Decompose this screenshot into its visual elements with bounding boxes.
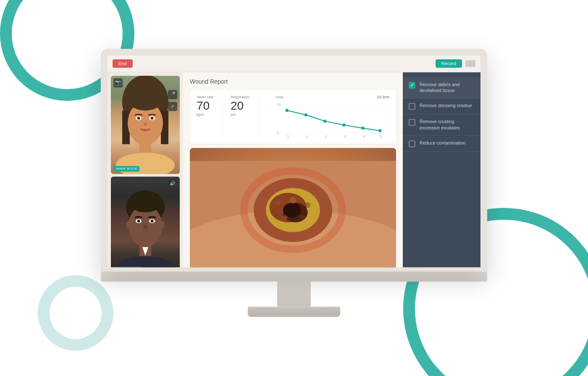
monitor-stand-neck	[277, 281, 311, 307]
checklist-item-1: Remove dressing residue	[403, 98, 480, 114]
vitals-card: Heart rate 70 bpm Respiration 20 pm	[190, 90, 396, 144]
svg-point-49	[276, 200, 281, 205]
area-line-chart: 20 0 0 1 2 3 4 5	[276, 101, 389, 139]
svg-text:2: 2	[325, 134, 327, 138]
svg-point-38	[342, 123, 346, 126]
vital-divider-1	[222, 97, 222, 137]
respiration-item: Respiration 20 pm	[231, 95, 250, 139]
svg-text:0: 0	[277, 130, 279, 134]
area-chart-label: Area	[276, 95, 284, 99]
svg-text:4: 4	[363, 134, 365, 138]
wound-image	[190, 148, 396, 271]
checklist-text-0: Remove debris and devitalised tissue	[420, 82, 475, 94]
svg-text:5: 5	[380, 134, 382, 138]
heart-rate-value: 70	[197, 100, 213, 112]
bernie-name-tag: BERNIE DEED	[113, 267, 142, 271]
svg-point-47	[283, 202, 301, 217]
video-card-bernie: 🔊 BERNIE DEED	[111, 176, 180, 271]
area-chart-value: 10.2cm	[377, 95, 389, 99]
heart-rate-unit: bpm	[197, 113, 213, 117]
respiration-unit: pm	[231, 113, 250, 117]
monitor: End Record ⋮	[101, 49, 487, 317]
bernie-face-svg	[111, 176, 180, 271]
camera-icon: 📷	[113, 78, 123, 87]
svg-point-24	[133, 202, 158, 212]
svg-text:1: 1	[306, 134, 308, 138]
checkbox-0[interactable]	[409, 82, 415, 89]
left-panel: 📷 🎤 ⤢ JAMIE ROCK	[108, 72, 183, 271]
svg-point-16	[137, 219, 140, 222]
svg-point-53	[289, 197, 296, 203]
svg-point-6	[137, 116, 140, 119]
checklist-item-2: Remove crusting excessive exudates	[403, 114, 480, 136]
svg-point-39	[361, 126, 365, 130]
svg-point-50	[305, 202, 311, 208]
wound-detail-svg	[190, 148, 396, 271]
monitor-bezel	[101, 271, 487, 281]
svg-text:0: 0	[287, 134, 289, 138]
app-main: 📷 🎤 ⤢ JAMIE ROCK	[108, 72, 480, 271]
jamie-name-tag: JAMIE ROCK	[113, 166, 139, 171]
heart-rate-item: Heart rate 70 bpm	[197, 95, 213, 139]
checklist-item-0: Remove debris and devitalised tissue	[403, 77, 480, 99]
svg-point-11	[128, 87, 163, 110]
checkbox-1[interactable]	[409, 103, 415, 110]
area-chart-container: Area 10.2cm 20 0 0 1	[267, 95, 389, 139]
vital-divider-2	[258, 97, 259, 137]
checklist-text-3: Reduce contamination	[420, 140, 465, 146]
topbar-icon: ⋮	[465, 60, 475, 67]
right-panel: Remove debris and devitalised tissue Rem…	[403, 72, 480, 271]
bernie-portrait-bg	[111, 176, 180, 271]
checklist-text-1: Remove dressing residue	[420, 103, 472, 109]
svg-point-37	[323, 119, 326, 123]
svg-point-40	[378, 129, 382, 132]
respiration-label: Respiration	[231, 95, 250, 99]
checklist-item-3: Reduce contamination	[403, 136, 480, 152]
volume-icon: 🔊	[168, 179, 177, 188]
respiration-value: 20	[231, 100, 250, 112]
svg-point-22	[126, 221, 131, 229]
expand-icon: ⤢	[168, 102, 177, 111]
record-button[interactable]: Record	[436, 59, 462, 68]
svg-text:3: 3	[344, 134, 346, 138]
svg-point-8	[144, 122, 147, 126]
svg-point-52	[300, 215, 305, 220]
checklist-text-2: Remove crusting excessive exudates	[420, 118, 475, 131]
svg-point-17	[151, 219, 154, 222]
svg-point-35	[285, 109, 289, 112]
svg-point-20	[115, 256, 176, 271]
checkbox-2[interactable]	[409, 119, 415, 126]
center-panel: Wound Report Heart rate 70 bpm Respirati…	[183, 72, 403, 271]
monitor-screen: End Record ⋮	[101, 49, 487, 271]
svg-point-36	[304, 113, 307, 116]
checkbox-3[interactable]	[409, 140, 415, 147]
svg-point-18	[143, 224, 147, 229]
monitor-stand-base	[248, 307, 340, 317]
video-card-jamie: 📷 🎤 ⤢ JAMIE ROCK	[111, 76, 180, 174]
svg-point-7	[151, 116, 154, 119]
app-topbar: End Record ⋮	[108, 55, 480, 72]
svg-point-51	[284, 216, 287, 219]
svg-text:20: 20	[277, 103, 281, 107]
mic-icon: 🎤	[168, 90, 177, 99]
wound-report-title: Wound Report	[190, 78, 396, 85]
wound-photo	[190, 148, 396, 271]
heart-rate-label: Heart rate	[197, 95, 213, 99]
end-call-button[interactable]: End	[113, 59, 133, 68]
svg-point-23	[160, 221, 165, 229]
